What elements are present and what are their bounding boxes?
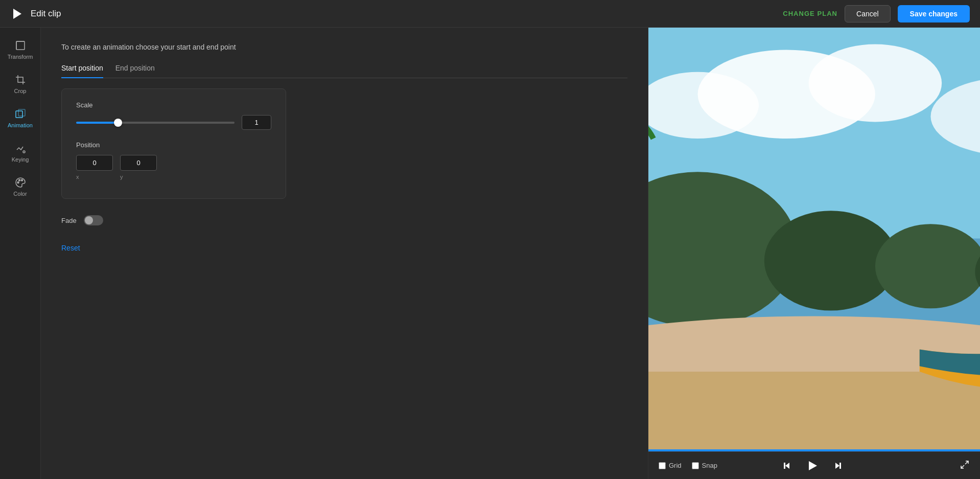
svg-point-6: [23, 151, 25, 153]
svg-point-9: [21, 179, 22, 181]
grid-checkbox[interactable]: [659, 462, 666, 469]
position-section: Position x y: [76, 141, 271, 180]
sidebar-item-label: Keying: [12, 156, 29, 163]
scale-slider[interactable]: [76, 122, 235, 124]
skip-back-icon: [782, 461, 792, 471]
svg-rect-37: [784, 463, 785, 469]
svg-line-42: [961, 465, 964, 468]
svg-rect-5: [18, 109, 25, 116]
tab-start-position[interactable]: Start position: [61, 64, 103, 78]
player-controls-bar: Grid Snap: [648, 451, 980, 479]
sidebar: Transform Crop Animation Keying: [0, 28, 41, 479]
change-plan-button[interactable]: CHANGE PLAN: [783, 10, 837, 17]
position-y-field: y: [120, 155, 157, 180]
playback-controls: [780, 458, 845, 474]
header-right: CHANGE PLAN Cancel Save changes: [783, 5, 970, 22]
svg-rect-24: [648, 372, 980, 449]
save-button[interactable]: Save changes: [898, 5, 970, 22]
logo-icon: [10, 7, 25, 21]
expand-icon: [960, 460, 970, 470]
keying-icon: [15, 143, 26, 154]
svg-rect-4: [16, 111, 22, 118]
sidebar-item-label: Transform: [8, 54, 33, 60]
fade-label: Fade: [61, 217, 77, 224]
position-y-input[interactable]: [120, 155, 157, 171]
skip-forward-icon: [833, 461, 843, 471]
sidebar-item-keying[interactable]: Keying: [0, 135, 40, 170]
svg-line-41: [965, 461, 968, 464]
svg-marker-39: [835, 463, 839, 469]
skip-forward-button[interactable]: [831, 459, 845, 473]
svg-point-12: [809, 44, 942, 122]
sidebar-item-label: Color: [13, 191, 27, 197]
beach-scene-svg: [648, 28, 980, 449]
header: Edit clip CHANGE PLAN Cancel Save change…: [0, 0, 980, 28]
x-label: x: [76, 174, 113, 180]
snap-checkbox-group: Snap: [692, 462, 717, 469]
instruction-text: To create an animation choose your start…: [61, 43, 627, 51]
tab-end-position[interactable]: End position: [115, 64, 155, 78]
sidebar-item-label: Crop: [14, 88, 27, 94]
svg-marker-0: [13, 9, 21, 19]
svg-rect-1: [16, 41, 25, 50]
skip-back-button[interactable]: [780, 459, 794, 473]
svg-point-8: [18, 179, 20, 181]
sidebar-item-transform[interactable]: Transform: [0, 33, 40, 67]
position-label: Position: [76, 141, 271, 149]
sidebar-item-crop[interactable]: Crop: [0, 67, 40, 101]
content-area: To create an animation choose your start…: [41, 28, 648, 479]
color-icon: [15, 177, 26, 188]
main-layout: Transform Crop Animation Keying: [0, 28, 980, 479]
position-inputs: x y: [76, 155, 271, 180]
header-left: Edit clip: [10, 7, 61, 21]
controls-box: Scale Position x y: [61, 88, 286, 199]
sidebar-item-animation[interactable]: Animation: [0, 101, 40, 135]
position-x-field: x: [76, 155, 113, 180]
svg-rect-40: [839, 463, 841, 469]
snap-checkbox[interactable]: [692, 462, 699, 469]
scale-row: [76, 115, 271, 130]
fade-toggle[interactable]: [84, 215, 103, 225]
tabs: Start position End position: [61, 63, 627, 78]
grid-label: Grid: [669, 462, 682, 469]
sidebar-item-label: Animation: [8, 122, 33, 128]
right-panel: Grid Snap: [648, 28, 980, 479]
play-icon: [806, 460, 819, 472]
video-preview: [648, 28, 980, 449]
play-button[interactable]: [804, 458, 821, 474]
svg-point-7: [17, 182, 19, 184]
toggle-thumb: [85, 216, 93, 224]
reset-button[interactable]: Reset: [61, 244, 80, 252]
svg-marker-38: [809, 461, 817, 470]
snap-label: Snap: [702, 462, 717, 469]
expand-button[interactable]: [960, 460, 970, 471]
svg-marker-36: [785, 463, 789, 469]
scale-label: Scale: [76, 101, 271, 109]
scale-input[interactable]: [242, 115, 271, 130]
y-label: y: [120, 174, 157, 180]
animation-icon: [15, 108, 26, 120]
transform-icon: [15, 40, 26, 51]
sidebar-item-color[interactable]: Color: [0, 170, 40, 204]
crop-icon: [15, 74, 26, 85]
position-x-input[interactable]: [76, 155, 113, 171]
fade-row: Fade: [61, 215, 627, 225]
page-title: Edit clip: [31, 9, 61, 19]
cancel-button[interactable]: Cancel: [845, 5, 891, 22]
grid-checkbox-group: Grid: [659, 462, 682, 469]
